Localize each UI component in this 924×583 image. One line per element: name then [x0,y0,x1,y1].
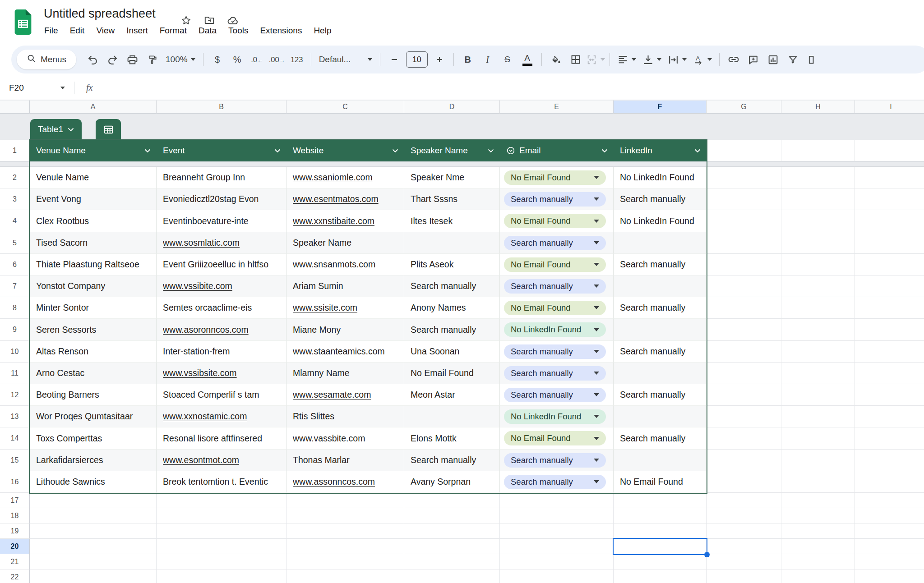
cell-F12[interactable]: Search manually [614,384,707,406]
cell-D15[interactable]: Search manually [404,450,500,471]
menu-edit[interactable]: Edit [64,23,91,39]
cell-D20[interactable] [404,539,500,554]
cell-G20[interactable] [707,539,781,554]
cell-A9[interactable]: Seren Sessorts [30,319,157,341]
cell-I7[interactable] [855,275,924,297]
cell-F3[interactable]: Search manually [614,188,707,210]
sheets-logo-icon[interactable] [13,9,33,37]
cell-A8[interactable]: Minter Sontor [30,297,157,319]
cell-D5[interactable] [404,232,500,254]
cell-F22[interactable] [614,569,707,583]
document-title[interactable]: Untitled spreadsheet [44,7,156,21]
font-family-select[interactable]: Defaul... [315,50,376,69]
cell-G22[interactable] [707,569,781,583]
column-letter-A[interactable]: A [30,100,157,114]
cell-D4[interactable]: Iltes Itesek [404,210,500,232]
cell-F4[interactable]: No LinkedIn Found [614,210,707,232]
cell-C9[interactable]: Miane Mony [286,319,404,341]
text-rotation-button[interactable]: A [690,50,715,69]
cell-G14[interactable] [707,427,781,450]
cell-B10[interactable]: Inter-station-frem [157,341,286,363]
chip-dropdown-arrow-icon[interactable] [594,480,599,483]
email-status-chip[interactable]: Search manually [504,236,606,250]
cell-C7[interactable]: Ariam Sumin [286,275,404,297]
cell-C11[interactable]: Mlamny Name [286,363,404,384]
email-status-chip[interactable]: Search manually [504,366,606,381]
row-number-7[interactable]: 7 [0,275,30,297]
cell-D13[interactable] [404,406,500,427]
event-link[interactable]: www.vssibsite.com [163,368,237,378]
cell-D19[interactable] [404,523,500,539]
cell-H10[interactable] [781,341,855,363]
decrease-font-size-button[interactable] [384,50,404,69]
cell-D22[interactable] [404,569,500,583]
cell-F5[interactable] [614,232,707,254]
website-link[interactable]: www.sesamate.com [293,390,371,400]
text-wrap-button[interactable] [665,50,690,69]
cell-H3[interactable] [781,188,855,210]
table-options-chip[interactable] [96,119,121,140]
cell-B3[interactable]: Evoniedicztl20stag Evon [157,188,286,210]
cell-D11[interactable]: No Email Found [404,363,500,384]
cell-I15[interactable] [855,450,924,471]
table-header-website[interactable]: Website [286,140,404,161]
column-letter-G[interactable]: G [707,100,781,114]
column-letter-D[interactable]: D [404,100,500,114]
menu-extensions[interactable]: Extensions [254,23,308,39]
row-number-17[interactable]: 17 [0,493,30,508]
column-letter-I[interactable]: I [855,100,924,114]
redo-button[interactable] [102,50,122,69]
menu-view[interactable]: View [90,23,120,39]
text-color-button[interactable]: A [517,50,537,69]
cell-G19[interactable] [707,523,781,539]
cell-C10[interactable]: www.staanteamics.com [286,341,404,363]
cell-B8[interactable]: Semtes orcaaclime-eis [157,297,286,319]
cell-E11[interactable]: Search manually [500,363,614,384]
cell-F2[interactable]: No LinkedIn Found [614,167,707,188]
chip-dropdown-arrow-icon[interactable] [594,263,599,266]
vertical-align-button[interactable] [639,50,665,69]
format-currency-button[interactable]: $ [208,50,227,69]
row-number-9[interactable]: 9 [0,319,30,341]
cell-F16[interactable]: No Email Found [614,471,707,493]
cell-E9[interactable]: No LinkedIn Found [500,319,614,341]
cell-C17[interactable] [286,493,404,508]
chip-dropdown-arrow-icon[interactable] [594,197,599,201]
cell-E10[interactable]: Search manually [500,341,614,363]
cell-D12[interactable]: Meon Astar [404,384,500,406]
chip-dropdown-arrow-icon[interactable] [594,285,599,288]
cell-H12[interactable] [781,384,855,406]
cell-H4[interactable] [781,210,855,232]
cell-C21[interactable] [286,554,404,569]
row-number-4[interactable]: 4 [0,210,30,232]
row-number-20[interactable]: 20 [0,539,30,554]
cell-A6[interactable]: Thiate Plaastung Raltseoe [30,254,157,275]
row-number-21[interactable]: 21 [0,554,30,569]
cell-A20[interactable] [30,539,157,554]
cell-E22[interactable] [500,569,614,583]
cell-A11[interactable]: Arno Cestac [30,363,157,384]
create-filter-button[interactable] [783,50,803,69]
website-link[interactable]: www.staanteamics.com [293,346,385,357]
cell-F15[interactable] [614,450,707,471]
cell-G2[interactable] [707,167,781,188]
cell-H7[interactable] [781,275,855,297]
chip-dropdown-arrow-icon[interactable] [594,176,599,179]
table-header-speaker-name[interactable]: Speaker Name [404,140,500,161]
cell-G8[interactable] [707,297,781,319]
cell-C14[interactable]: www.vassbite.com [286,427,404,450]
cell-I19[interactable] [855,523,924,539]
cell-C22[interactable] [286,569,404,583]
cell-B22[interactable] [157,569,286,583]
row-number-22[interactable]: 22 [0,569,30,583]
cell-I22[interactable] [855,569,924,583]
cell-D2[interactable]: Speaker Nme [404,167,500,188]
cell-D8[interactable]: Anony Names [404,297,500,319]
cell-E17[interactable] [500,493,614,508]
event-link[interactable]: www.esontmot.com [163,455,239,465]
cell-A19[interactable] [30,523,157,539]
cell-G13[interactable] [707,406,781,427]
cell-I12[interactable] [855,384,924,406]
cell-H13[interactable] [781,406,855,427]
email-status-chip[interactable]: Search manually [504,192,606,207]
